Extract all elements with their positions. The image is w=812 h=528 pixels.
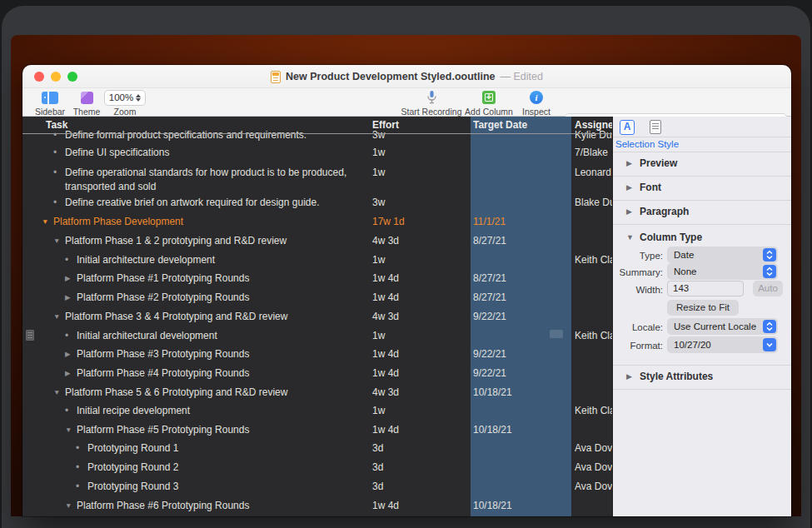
task-cell[interactable]: Initial architectural development [77, 326, 368, 345]
assigned-cell[interactable]: Ava Dov [575, 477, 612, 496]
target-date-cell[interactable]: 10/18/21 [473, 383, 512, 401]
task-cell[interactable]: Define operational standards for how pro… [65, 166, 368, 193]
outline-row[interactable]: •Initial recipe development1wKeith Cla [22, 401, 612, 420]
effort-cell[interactable]: 1w 4d [372, 345, 399, 363]
effort-cell[interactable]: 17w 1d [372, 212, 405, 231]
outline-row[interactable]: ▶Platform Phase #4 Prototyping Rounds1w … [22, 364, 612, 382]
task-cell[interactable]: Platform Phase 5 & 6 Prototyping and R&D… [65, 383, 368, 401]
auto-button[interactable]: Auto [753, 281, 783, 296]
disclosure-triangle-icon[interactable]: ▶ [65, 269, 71, 287]
target-date-cell[interactable]: 8/27/21 [473, 232, 506, 250]
effort-cell[interactable]: 3d [372, 458, 383, 476]
assigned-cell[interactable]: Ava Dov [575, 458, 612, 476]
type-popup[interactable]: Date [667, 247, 778, 263]
outline-row[interactable]: •Define creative brief on artwork requir… [22, 193, 612, 212]
assigned-cell[interactable]: Leonard [575, 166, 612, 180]
outline-row[interactable]: •Define operational standards for how pr… [22, 166, 612, 193]
outline-row[interactable]: ▶Platform Phase #3 Prototyping Rounds1w … [22, 345, 612, 363]
disclosure-triangle-icon[interactable]: ▼ [53, 383, 60, 401]
outline-row[interactable]: ▼Platform Phase #6 Prototyping Rounds1w … [22, 496, 612, 515]
task-cell[interactable]: Platform Phase #4 Prototyping Rounds [77, 364, 368, 382]
document-inspector-tab[interactable] [650, 120, 661, 134]
effort-cell[interactable]: 1w 4d [372, 269, 399, 287]
task-cell[interactable]: Initial architecture development [77, 251, 368, 269]
row-drag-handle[interactable] [26, 330, 34, 341]
summary-popup[interactable]: None [667, 263, 778, 280]
assigned-cell[interactable]: 7/Blake [575, 143, 612, 162]
outline-row[interactable]: ▶Platform Phase #1 Prototyping Rounds1w … [22, 269, 612, 287]
disclosure-triangle-icon[interactable]: ▼ [65, 496, 72, 515]
target-date-cell[interactable]: 10/18/21 [473, 496, 512, 515]
disclosure-triangle-icon[interactable]: ▼ [65, 421, 72, 439]
outline-row[interactable]: ▼Platform Phase Development17w 1d11/1/21 [22, 212, 612, 231]
effort-cell[interactable]: 1w [372, 401, 385, 420]
target-date-cell[interactable]: 8/27/21 [473, 288, 506, 306]
outline-row[interactable]: •Define UI specifications1w7/Blake [22, 143, 612, 162]
target-date-cell[interactable]: 9/22/21 [473, 364, 506, 382]
target-date-cell[interactable]: 8/27/21 [473, 269, 506, 287]
column-header-task[interactable]: Task [46, 117, 67, 133]
target-date-cell[interactable]: 9/22/21 [473, 345, 506, 363]
outline-row[interactable]: •Initial architectural development1wKeit… [22, 326, 612, 345]
assigned-cell[interactable]: Keith Cla [575, 326, 612, 345]
assigned-cell[interactable]: Blake Du [575, 193, 612, 212]
disclosure-triangle-icon[interactable]: ▼ [42, 212, 48, 231]
effort-cell[interactable]: 3w [372, 193, 385, 212]
task-cell[interactable]: Platform Phase #3 Prototyping Rounds [77, 345, 368, 363]
effort-cell[interactable]: 3d [372, 477, 383, 496]
column-header-target-date[interactable]: Target Date [473, 117, 527, 133]
width-field[interactable]: 143 [667, 281, 744, 296]
effort-cell[interactable]: 1w [372, 326, 385, 345]
task-cell[interactable]: Prototyping Round 2 [87, 458, 368, 476]
zoom-stepper[interactable]: 100% [104, 90, 146, 106]
assigned-cell[interactable]: Keith Cla [575, 251, 612, 269]
section-paragraph[interactable]: ▶ Paragraph [613, 200, 791, 223]
outline-row[interactable]: ▼Platform Phase 3 & 4 Prototyping and R&… [22, 307, 612, 326]
effort-cell[interactable]: 1w 4d [372, 364, 399, 382]
add-column-button[interactable]: Add Column [462, 90, 516, 117]
assigned-cell[interactable]: Keith Cla [575, 401, 612, 420]
outline-row[interactable]: •Initial architecture development1wKeith… [22, 251, 612, 269]
target-date-cell[interactable]: 11/1/21 [473, 212, 506, 231]
section-style-attributes[interactable]: ▶ Style Attributes [613, 365, 791, 388]
task-cell[interactable]: Platform Phase #5 Prototyping Rounds [77, 421, 368, 439]
selection-style-label[interactable]: Selection Style [615, 139, 679, 149]
outline-row[interactable]: •Prototyping Round 23dAva Dov [22, 458, 612, 476]
disclosure-triangle-icon[interactable]: ▼ [53, 307, 60, 326]
task-cell[interactable]: Platform Phase 1 & 2 prototyping and R&D… [65, 232, 368, 250]
task-cell[interactable]: Platform Phase #2 Prototyping Rounds [77, 288, 368, 306]
effort-cell[interactable]: 1w [372, 166, 385, 180]
target-date-cell[interactable]: 9/22/21 [473, 307, 506, 326]
section-column-type[interactable]: ▼ Column Type [613, 226, 791, 249]
column-header-effort[interactable]: Effort [372, 117, 399, 133]
format-combo[interactable]: 10/27/20 [667, 336, 778, 353]
effort-cell[interactable]: 1w 4d [372, 421, 399, 439]
effort-cell[interactable]: 4w 3d [372, 307, 399, 326]
effort-cell[interactable]: 3d [372, 439, 383, 457]
outline-row[interactable]: ▼Platform Phase 5 & 6 Prototyping and R&… [22, 383, 612, 401]
task-cell[interactable]: Platform Phase #1 Prototyping Rounds [77, 269, 368, 287]
effort-cell[interactable]: 4w 3d [372, 232, 399, 250]
theme-button[interactable]: Theme [69, 90, 104, 117]
task-cell[interactable]: Platform Phase Development [53, 212, 368, 231]
effort-cell[interactable]: 1w 4d [372, 496, 399, 515]
style-inspector-tab[interactable]: A [620, 120, 635, 135]
assigned-cell[interactable]: Ava Dov [575, 439, 612, 457]
task-cell[interactable]: Prototyping Round 1 [87, 439, 368, 457]
effort-cell[interactable]: 4w 3d [372, 383, 399, 401]
disclosure-triangle-icon[interactable]: ▶ [65, 288, 71, 306]
column-header-assigned[interactable]: Assigned [575, 117, 612, 133]
effort-cell[interactable]: 1w [372, 251, 385, 269]
resize-to-fit-button[interactable]: Resize to Fit [667, 300, 739, 316]
disclosure-triangle-icon[interactable]: ▶ [65, 345, 71, 363]
inspect-button[interactable]: i Inspect [517, 90, 555, 117]
task-cell[interactable]: Initial recipe development [77, 401, 368, 420]
start-recording-button[interactable]: Start Recording [396, 90, 467, 117]
zoom-control[interactable]: 100% Zoom [102, 90, 148, 117]
task-cell[interactable]: Platform Phase #6 Prototyping Rounds [77, 496, 368, 515]
outline-row[interactable]: •Prototyping Round 13dAva Dov [22, 439, 612, 457]
section-font[interactable]: ▶ Font [613, 176, 791, 199]
sidebar-button[interactable]: Sidebar [31, 90, 69, 117]
task-cell[interactable]: Define UI specifications [65, 143, 368, 162]
task-cell[interactable]: Define creative brief on artwork require… [65, 193, 368, 212]
